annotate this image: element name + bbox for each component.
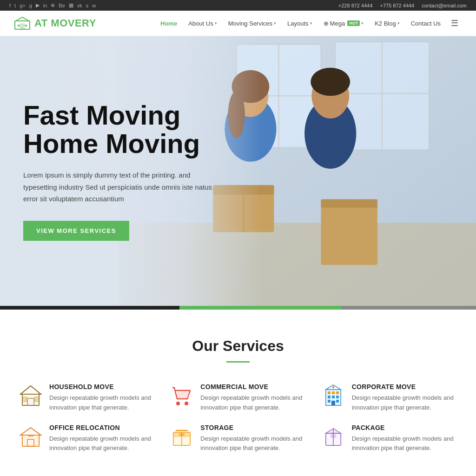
contact-info: +228 872 4444 +775 872 4444 contact@emai…	[338, 3, 467, 8]
hero-title-line2: Home Moving	[23, 128, 200, 159]
services-section: Our Services HOUSEHOLD MOVE Design repea…	[0, 310, 476, 472]
k2blog-chevron: ▾	[397, 21, 400, 26]
services-title: Our Services	[19, 337, 457, 355]
hero-section: Fast Moving Home Moving Lorem Ipsum is s…	[0, 36, 476, 306]
services-grid: HOUSEHOLD MOVE Design repeatable growth …	[19, 383, 457, 453]
google-icon[interactable]: g	[29, 3, 32, 8]
hero-title: Fast Moving Home Moving	[23, 101, 218, 158]
svg-point-47	[332, 386, 334, 388]
corporate-title: CORPORATE MOVE	[352, 383, 457, 390]
view-more-services-button[interactable]: VIEW MORE SERVICES	[23, 221, 129, 241]
nav-about[interactable]: About Us ▾	[184, 17, 221, 30]
commercial-title: COMMERCIAL MOVE	[200, 383, 306, 390]
hamburger-menu[interactable]: ☰	[447, 16, 462, 30]
svg-point-23	[311, 68, 350, 96]
hero-description: Lorem Ipsum is simply dummy text of the …	[23, 169, 218, 205]
svg-rect-25	[321, 199, 377, 208]
phone2: +775 872 4444	[380, 3, 415, 8]
svg-rect-45	[331, 401, 335, 405]
twitter-icon[interactable]: t	[14, 3, 16, 8]
logo-movery: MOVERY	[51, 17, 96, 29]
layouts-chevron: ▾	[310, 21, 312, 26]
household-content: HOUSEHOLD MOVE Design repeatable growth …	[49, 383, 155, 413]
svg-rect-40	[328, 396, 331, 398]
svg-rect-31	[22, 394, 39, 405]
office-content: OFFICE RELOCATION Design repeatable grow…	[49, 424, 155, 454]
nav-contact[interactable]: Contact Us	[406, 17, 445, 30]
linkedin-icon[interactable]: in	[43, 3, 47, 8]
commercial-content: COMMERCIAL MOVE Design repeatable growth…	[200, 383, 306, 413]
phone1: +228 872 4444	[338, 3, 373, 8]
nav-home[interactable]: Home	[156, 17, 182, 30]
household-title: HOUSEHOLD MOVE	[49, 383, 155, 390]
skype-icon[interactable]: s	[86, 3, 89, 8]
corporate-content: CORPORATE MOVE Design repeatable growth …	[352, 383, 457, 413]
svg-rect-42	[336, 396, 339, 398]
commercial-icon	[170, 383, 194, 407]
behance-icon[interactable]: Be	[59, 3, 65, 8]
service-corporate-move: CORPORATE MOVE Design repeatable growth …	[321, 383, 457, 413]
nav-mega[interactable]: ⊕ Mega HOT ▾	[319, 17, 369, 30]
service-commercial-move: COMMERCIAL MOVE Design repeatable growth…	[170, 383, 306, 413]
svg-rect-39	[336, 391, 339, 394]
svg-rect-41	[332, 396, 335, 398]
youtube-icon[interactable]: ▶	[36, 2, 40, 8]
mega-icon: ⊕	[324, 20, 329, 27]
vk-icon[interactable]: vk	[77, 3, 82, 8]
facebook-icon[interactable]: f	[9, 3, 11, 8]
storage-icon	[170, 424, 194, 448]
office-icon	[19, 424, 43, 448]
svg-rect-44	[336, 400, 339, 403]
whatsapp-icon[interactable]: w	[92, 3, 96, 8]
progress-bar-dark	[0, 306, 179, 310]
svg-rect-50	[22, 435, 39, 446]
package-content: PACKAGE Design repeatable growth models …	[352, 424, 457, 454]
progress-bar-green	[179, 306, 341, 310]
progress-bar-gray	[341, 306, 476, 310]
service-storage: STORAGE Design repeatable growth models …	[170, 424, 306, 454]
storage-desc: Design repeatable growth models and inno…	[200, 434, 306, 454]
svg-rect-57	[179, 433, 185, 436]
package-desc: Design repeatable growth models and inno…	[352, 434, 457, 454]
office-title: OFFICE RELOCATION	[49, 424, 155, 431]
storage-content: STORAGE Design repeatable growth models …	[200, 424, 306, 454]
service-office-relocation: OFFICE RELOCATION Design repeatable grow…	[19, 424, 155, 454]
nav-layouts[interactable]: Layouts ▾	[283, 17, 317, 30]
svg-point-33	[185, 402, 188, 405]
header: AT MOVERY Home About Us ▾ Moving Service…	[0, 11, 476, 36]
nav-k2blog[interactable]: K2 Blog ▾	[370, 17, 404, 30]
svg-rect-38	[332, 391, 335, 394]
svg-marker-49	[20, 428, 41, 435]
service-household-move: HOUSEHOLD MOVE Design repeatable growth …	[19, 383, 155, 413]
logo[interactable]: AT MOVERY	[14, 16, 96, 30]
household-icon	[19, 383, 43, 407]
bb-icon[interactable]: ▦	[69, 2, 73, 8]
logo-at: AT	[34, 17, 51, 29]
service-package: PACKAGE Design repeatable growth models …	[321, 424, 457, 454]
svg-marker-1	[16, 17, 29, 21]
package-title: PACKAGE	[352, 424, 457, 431]
gplus-icon[interactable]: g+	[20, 3, 26, 8]
main-nav: Home About Us ▾ Moving Services ▾ Layout…	[156, 16, 462, 30]
svg-rect-34	[177, 391, 189, 398]
logo-icon-svg	[14, 16, 31, 30]
svg-point-32	[176, 402, 180, 405]
household-desc: Design repeatable growth models and inno…	[49, 393, 155, 413]
svg-rect-65	[331, 434, 336, 438]
instagram-icon[interactable]: ⊕	[51, 2, 55, 8]
social-icons: f t g+ g ▶ in ⊕ Be ▦ vk s w	[9, 2, 96, 8]
services-chevron: ▾	[274, 21, 276, 26]
email: contact@email.com	[422, 3, 467, 8]
corporate-desc: Design repeatable growth models and inno…	[352, 393, 457, 413]
commercial-desc: Design repeatable growth models and inno…	[200, 393, 306, 413]
svg-rect-37	[328, 391, 331, 394]
nav-moving-services[interactable]: Moving Services ▾	[224, 17, 281, 30]
logo-text: AT MOVERY	[34, 17, 96, 29]
package-icon	[321, 424, 345, 448]
svg-marker-27	[20, 386, 41, 394]
office-desc: Design repeatable growth models and inno…	[49, 434, 155, 454]
svg-rect-43	[328, 400, 331, 403]
mega-chevron: ▾	[361, 21, 364, 26]
section-underline	[226, 361, 250, 363]
progress-bars	[0, 306, 476, 310]
